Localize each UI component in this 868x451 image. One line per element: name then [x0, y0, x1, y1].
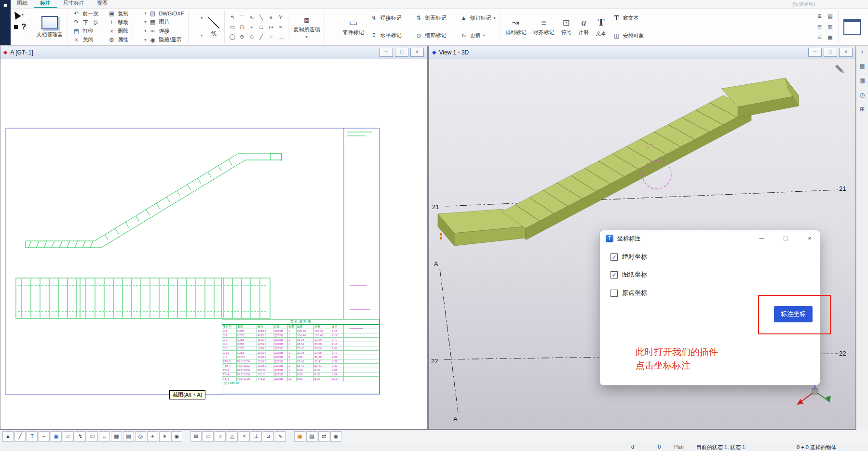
line-tool-button[interactable]: 线	[204, 8, 223, 45]
copy-selected-caret[interactable]: ▾	[306, 35, 308, 39]
ribbon-tab-1[interactable]: 图纸	[11, 0, 34, 8]
select-rect[interactable]: ▭	[87, 431, 98, 442]
pointer-cursor-icon[interactable]	[12, 10, 21, 19]
update-caret[interactable]: ▾	[483, 33, 485, 38]
copy-selected-button[interactable]: ⧈ 复制所选项 ▾	[290, 8, 323, 45]
link-dropdown-caret[interactable]: ▾	[144, 29, 146, 33]
panel-history[interactable]: ◷	[860, 92, 865, 98]
view-close-button[interactable]: ×	[839, 48, 853, 57]
drawing-canvas-area[interactable]: 零 件 材 料 表零件号截面长度材质数量单重总重备注C-1C2554615.5Q…	[0, 59, 427, 429]
select-filled-area[interactable]: ▣	[51, 431, 62, 442]
dialog-maximize-button[interactable]: □	[775, 231, 796, 246]
line-segment-tool[interactable]: ╲	[257, 13, 265, 21]
text-button[interactable]: T文本	[592, 8, 610, 45]
panel-apps[interactable]: ⊞	[860, 106, 865, 113]
delete-button[interactable]: ×删除	[107, 27, 129, 35]
mini-layout-2[interactable]: ▤	[826, 12, 835, 21]
ribbon-tab-3[interactable]: 尺寸标注	[57, 0, 91, 8]
note-button[interactable]: a注释	[575, 8, 592, 45]
snap-cross[interactable]: ×	[239, 431, 250, 442]
branch-tool[interactable]: Y	[276, 13, 285, 21]
help-icon[interactable]: ?	[21, 22, 26, 32]
cross-tool[interactable]: +	[247, 23, 256, 31]
select-text-tool[interactable]: T	[27, 431, 38, 442]
select-hatch[interactable]: ▤	[123, 431, 134, 442]
arrange-objects-button[interactable]: ◫安排对象	[611, 32, 645, 40]
window-text-button[interactable]: T窗文本	[611, 14, 645, 22]
previous-button[interactable]: ↶前一次	[71, 10, 99, 17]
dialog-close-button[interactable]: ×	[800, 231, 820, 246]
image-dropdown-caret[interactable]: ▾	[144, 20, 146, 24]
align-marks-button[interactable]: ≡对齐标记	[529, 8, 557, 45]
mini-layout-4[interactable]: ▥	[826, 22, 835, 31]
model-view-titlebar[interactable]: ◆ View 1 - 3D ─ □ ×	[429, 46, 855, 59]
polygon-tool[interactable]: ∧	[267, 13, 275, 21]
mini-layout-3[interactable]: ⊟	[815, 22, 824, 31]
level-mark-button[interactable]: ↧水平标记	[369, 32, 402, 39]
dwg-dropdown-caret[interactable]: ▾	[144, 11, 146, 15]
mini-layout-5[interactable]: ⊡	[815, 33, 824, 42]
hide-show-button[interactable]: ▾◉隐藏/显示	[143, 36, 185, 43]
diamond-tool[interactable]: ◇	[247, 32, 256, 40]
mini-layout-6[interactable]: ▦	[826, 33, 835, 42]
window-button[interactable]	[840, 8, 864, 45]
polyline-tool[interactable]: ↰	[228, 13, 236, 21]
section-mark-button[interactable]: ⇅剖面标记	[414, 14, 447, 22]
drawing-restore-button[interactable]: □	[395, 48, 408, 57]
properties-button[interactable]: ⚙属性	[107, 36, 129, 43]
select-span[interactable]: ↔	[99, 431, 110, 442]
quick-launch[interactable]: (快速启动)	[792, 1, 815, 8]
select-weld[interactable]: ↯	[75, 431, 86, 442]
zoom-tool[interactable]: ◎	[135, 431, 146, 442]
snap-filled[interactable]: ▣	[294, 431, 305, 442]
revision-caret[interactable]: ▾	[493, 16, 495, 20]
select-dimension[interactable]: ⌐	[39, 431, 50, 442]
slope-tool[interactable]: ╱	[257, 32, 265, 40]
dialog-titlebar[interactable]: T 坐标标注 ─ □ ×	[600, 230, 820, 247]
view-restore-button[interactable]: □	[824, 48, 837, 57]
snap-arrows[interactable]: ⇄	[318, 431, 329, 442]
snap-curve[interactable]: ∿	[275, 431, 286, 442]
arch-tool[interactable]: ⊓	[238, 23, 246, 31]
update-button[interactable]: ↻更新▾	[459, 32, 496, 39]
absolute-coordinates-checkbox[interactable]: ✓	[610, 253, 618, 261]
model-view-area[interactable]: 21 21 22 22 A A	[429, 59, 855, 429]
symbol-button[interactable]: ⊡符号	[557, 8, 575, 45]
weld-mark-button[interactable]: ↯焊接标记	[369, 14, 402, 22]
insert-link-button[interactable]: ▾∞连接	[143, 27, 185, 35]
close-drawing-button[interactable]: ×关闭	[71, 36, 99, 43]
more-tools[interactable]: …	[276, 32, 285, 40]
insert-image-button[interactable]: ▾▦图片	[143, 18, 185, 26]
drawing-minimize-button[interactable]: ─	[380, 48, 393, 57]
ribbon-tab-2[interactable]: 标注	[34, 0, 57, 8]
arc-tool[interactable]: ⌒	[238, 13, 246, 21]
snap-hatched[interactable]: ▨	[306, 431, 317, 442]
detail-mark-button[interactable]: ⊙细部标记	[414, 32, 447, 39]
snap-perpendicular[interactable]: ⊥	[251, 431, 262, 442]
rectangle-tool[interactable]: ▭	[228, 23, 236, 31]
ribbon-tab-4[interactable]: 视图	[91, 0, 114, 8]
snap-visibility[interactable]: ◉	[330, 431, 341, 442]
pick-box-icon[interactable]	[14, 25, 18, 29]
wave-tool[interactable]: ≈	[276, 23, 285, 31]
next-button[interactable]: ↷下一步	[71, 19, 99, 26]
square-tool[interactable]: □	[257, 23, 265, 31]
point-tool[interactable]: ⊕	[238, 32, 246, 40]
select-part[interactable]: ▱	[63, 431, 74, 442]
curve-tool[interactable]: ∿	[247, 13, 256, 21]
print-button[interactable]: ▤打印	[71, 27, 99, 35]
part-mark-button[interactable]: ▭ 零件标记	[339, 8, 367, 45]
freeze-tool[interactable]: ∗	[159, 431, 170, 442]
offset-tool[interactable]: ↦	[267, 23, 275, 31]
move-button[interactable]: +移动	[107, 19, 129, 26]
drawing-window-titlebar[interactable]: ◆ A [GT-.1] ─ □ ×	[0, 46, 427, 59]
panel-properties[interactable]: ▤	[859, 63, 865, 69]
snap-circle[interactable]: ○	[215, 431, 226, 442]
select-pointer[interactable]: ▲	[2, 431, 14, 442]
stair-model[interactable]	[438, 78, 799, 246]
select-line-tool[interactable]: ╱	[14, 431, 26, 442]
copy-button[interactable]: ▣复制	[107, 10, 129, 17]
hide-show-dropdown-caret[interactable]: ▾	[144, 38, 146, 42]
snap-rect[interactable]: ▭	[203, 431, 214, 442]
origin-coordinates-checkbox[interactable]	[610, 290, 618, 297]
